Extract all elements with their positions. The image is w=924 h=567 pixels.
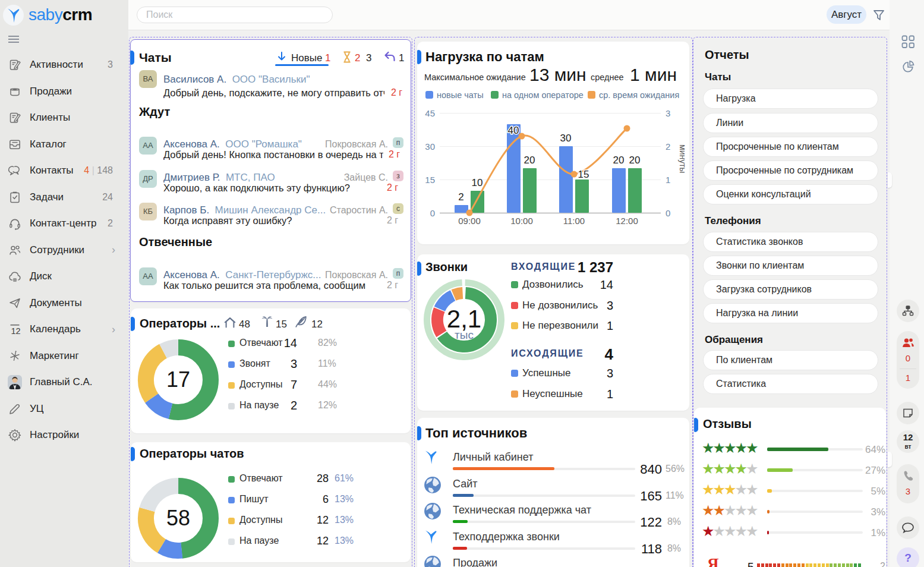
svg-text:1: 1 (666, 175, 670, 185)
svg-text:12:00: 12:00 (616, 216, 638, 226)
svg-text:0: 0 (666, 208, 670, 218)
svg-text:45: 45 (425, 108, 435, 118)
svg-text:15: 15 (578, 169, 589, 180)
svg-text:40: 40 (508, 125, 519, 136)
svg-text:минуты: минуты (678, 144, 688, 174)
svg-text:15: 15 (425, 175, 435, 185)
svg-text:20: 20 (524, 155, 535, 166)
svg-text:2: 2 (666, 141, 670, 152)
svg-text:10: 10 (472, 177, 483, 188)
svg-text:20: 20 (613, 155, 625, 166)
svg-text:09:00: 09:00 (458, 216, 481, 226)
svg-text:12: 12 (11, 326, 21, 336)
svg-text:11:00: 11:00 (563, 216, 585, 226)
svg-text:20: 20 (629, 155, 641, 166)
svg-text:30: 30 (560, 133, 572, 144)
svg-text:2: 2 (458, 191, 463, 203)
svg-text:3: 3 (666, 108, 670, 118)
svg-text:30: 30 (425, 141, 435, 152)
svg-text:0: 0 (430, 208, 435, 218)
svg-text:10:00: 10:00 (510, 216, 533, 226)
